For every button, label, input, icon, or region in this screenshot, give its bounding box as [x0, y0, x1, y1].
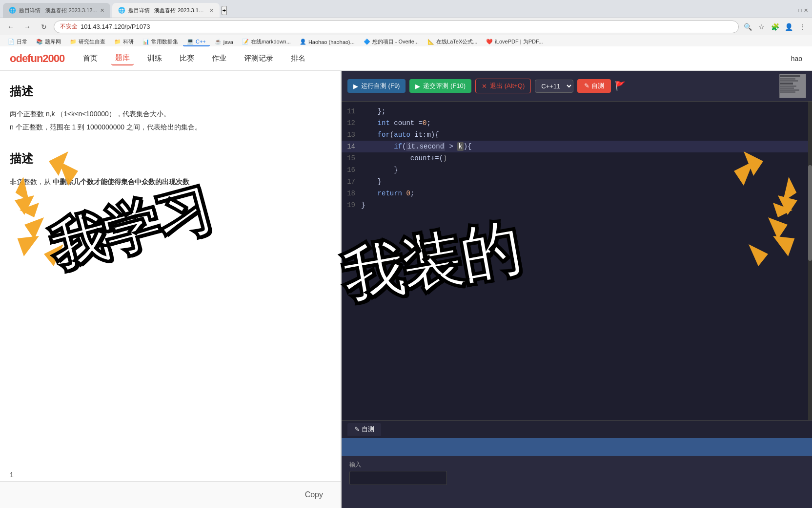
bookmark-cpp[interactable]: 💻 C++ — [183, 37, 210, 46]
line-content-17: } — [361, 176, 382, 188]
line-num-15: 15 — [342, 152, 361, 164]
bookmark-research[interactable]: 📁 科研 — [110, 37, 138, 46]
bookmark-overleaf-label: 您的项目 - Overle... — [372, 38, 419, 45]
input-value-display: 1 — [10, 471, 14, 479]
forward-button[interactable]: → — [20, 20, 34, 34]
site-logo: odefun2000 — [10, 52, 64, 65]
tab-active-label: 题目详情 - 澳鑫春招-2023.3.12-... — [128, 7, 206, 14]
bookmark-dataset[interactable]: 📊 常用数据集 — [139, 37, 182, 46]
line-content-15: count+=() — [361, 152, 447, 164]
bookmark-dataset-icon: 📊 — [142, 39, 149, 45]
logo-suffix: 2000 — [42, 52, 64, 64]
site-header: odefun2000 首页 题库 训练 比赛 作业 评测记录 排名 hao — [0, 46, 812, 71]
bookmark-overleaf[interactable]: 🔷 您的项目 - Overle... — [360, 37, 423, 46]
code-editor[interactable]: 11 }; 12 int count =0; 13 for(auto it:m)… — [342, 102, 812, 420]
bookmark-latex-icon: 📐 — [427, 39, 434, 45]
bookmark-dataset-label: 常用数据集 — [151, 38, 178, 45]
bookmark-icon[interactable]: ☆ — [755, 21, 767, 33]
code-line-13: 13 for(auto it:m){ — [342, 129, 812, 141]
window-close-btn[interactable]: ✕ — [804, 7, 808, 14]
nav-submissions[interactable]: 评测记录 — [240, 52, 277, 65]
bookmark-cpp-label: C++ — [196, 39, 206, 44]
site-nav: 首页 题库 训练 比赛 作业 评测记录 排名 — [79, 51, 309, 65]
bookmark-grad[interactable]: 📁 研究生自查 — [66, 37, 109, 46]
bookmark-markdown-icon: 📝 — [242, 39, 249, 45]
nav-problems[interactable]: 题库 — [111, 51, 134, 65]
tab-inactive[interactable]: 🌐 题目详情 - 澳鑫春招-2023.3.12... ✕ — [3, 3, 110, 18]
submit-label: 递交评测 (F10) — [423, 82, 466, 90]
submit-icon: ▶ — [415, 83, 420, 90]
self-test-button[interactable]: ✎ 自测 — [577, 79, 611, 93]
bookmark-haohao-icon: 👤 — [300, 39, 306, 45]
bottom-highlight-bar — [342, 438, 812, 456]
nav-train[interactable]: 训练 — [143, 52, 166, 65]
tab-active-favicon: 🌐 — [118, 7, 125, 14]
code-line-18: 18 return 0; — [342, 188, 812, 199]
bookmark-research-label: 科研 — [123, 38, 134, 45]
new-tab-button[interactable]: + — [222, 6, 227, 15]
address-bar-row: ← → ↻ 不安全 101.43.147.120/p/P1073 🔍 ☆ 🧩 👤… — [0, 18, 812, 35]
bottom-content: 输入 — [342, 456, 812, 490]
line-num-14: 14 — [342, 141, 361, 152]
code-line-12: 12 int count =0; — [342, 117, 812, 129]
line-num-13: 13 — [342, 129, 361, 141]
bookmark-leetcode[interactable]: 📚 题库网 — [32, 37, 65, 46]
line-content-13: for(auto it:m){ — [361, 129, 439, 141]
address-box[interactable]: 不安全 101.43.147.120/p/P1073 — [54, 21, 739, 33]
nav-ranking[interactable]: 排名 — [287, 52, 309, 65]
close-tab-active[interactable]: ✕ — [209, 7, 214, 14]
exit-button[interactable]: ✕ 退出 (Alt+Q) — [475, 79, 531, 93]
close-tab-inactive[interactable]: ✕ — [100, 7, 104, 14]
bookmark-daily-label: 日常 — [17, 38, 27, 45]
vertical-scrollbar[interactable] — [808, 102, 812, 420]
bookmark-daily-icon: 📄 — [8, 39, 15, 45]
test-input-field[interactable] — [349, 471, 447, 485]
extension-icon[interactable]: 🧩 — [769, 21, 781, 33]
code-line-15: 15 count+=() — [342, 152, 812, 164]
exit-icon: ✕ — [482, 83, 487, 90]
bookmark-leetcode-icon: 📚 — [36, 39, 43, 45]
bookmark-ilovepdf[interactable]: ❤️ iLovePDF | 为PDF... — [482, 37, 547, 46]
bookmark-daily[interactable]: 📄 日常 — [4, 37, 31, 46]
user-name: hao — [791, 55, 802, 63]
line-num-18: 18 — [342, 188, 361, 199]
line-content-16: } — [361, 164, 398, 176]
line-num-16: 16 — [342, 164, 361, 176]
line-content-19: } — [361, 199, 365, 211]
bookmark-haohao[interactable]: 👤 Haohao (haohao)... — [296, 38, 359, 46]
profile-icon[interactable]: 👤 — [783, 21, 794, 33]
nav-home[interactable]: 首页 — [79, 52, 102, 65]
bookmark-grad-icon: 📁 — [70, 39, 77, 45]
bookmark-java[interactable]: ☕ java — [211, 38, 237, 46]
language-select[interactable]: C++11 C++14 C++17 Java Python — [535, 80, 573, 93]
tab-inactive-label: 题目详情 - 澳鑫春招-2023.3.12... — [19, 7, 97, 14]
submit-button[interactable]: ▶ 递交评测 (F10) — [409, 79, 471, 93]
code-line-19: 19 } — [342, 199, 812, 211]
problem-text-2: n 个正整数，范围在 1 到 1000000000 之间，代表给出的集合。 — [10, 121, 331, 134]
settings-icon[interactable]: ⋮ — [796, 21, 808, 33]
bookmark-ilovepdf-icon: ❤️ — [486, 39, 493, 45]
bottom-tab-self-test[interactable]: ✎ 自测 — [347, 423, 381, 436]
restore-btn[interactable]: □ — [798, 7, 802, 13]
copy-button[interactable]: Copy — [297, 487, 331, 502]
bookmark-markdown[interactable]: 📝 在线markdown... — [238, 37, 295, 46]
browser-chrome: 🌐 题目详情 - 澳鑫春招-2023.3.12... ✕ 🌐 题目详情 - 澳鑫… — [0, 0, 812, 46]
back-button[interactable]: ← — [4, 20, 18, 34]
nav-homework[interactable]: 作业 — [208, 52, 230, 65]
scrollbar-thumb[interactable] — [808, 165, 812, 261]
run-button[interactable]: ▶ 运行自测 (F9) — [347, 79, 406, 93]
minimize-btn[interactable]: — — [791, 7, 796, 13]
zoom-icon[interactable]: 🔍 — [742, 21, 753, 33]
tab-active[interactable]: 🌐 题目详情 - 澳鑫春招-2023.3.12-... ✕ — [112, 3, 220, 18]
line-content-14: if(it.second > k){ — [361, 141, 472, 152]
nav-contest[interactable]: 比赛 — [176, 52, 198, 65]
run-label: 运行自测 (F9) — [361, 82, 400, 90]
flag-button[interactable]: 🚩 — [615, 81, 626, 91]
bookmark-latex[interactable]: 📐 在线LaTeX公式... — [424, 37, 481, 46]
refresh-button[interactable]: ↻ — [37, 20, 51, 34]
code-thumbnail — [779, 74, 806, 98]
bookmark-latex-label: 在线LaTeX公式... — [436, 38, 477, 45]
bottom-tabs: ✎ 自测 — [342, 421, 812, 438]
bookmark-research-icon: 📁 — [114, 39, 121, 45]
main-layout: 描述 两个正整数 n,k （1≤k≤n≤100000），代表集合大小。 n 个正… — [0, 71, 812, 508]
